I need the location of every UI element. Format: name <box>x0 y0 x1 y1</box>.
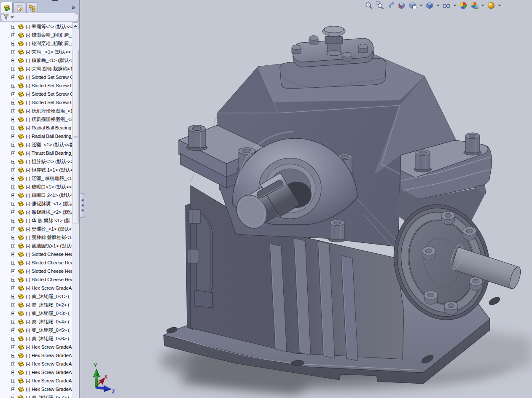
tree-item[interactable]: (-) 疣玑痤玢桠图疱_<2> <box>0 115 72 124</box>
tree-item[interactable]: (-) 糖箫桷_<1> (默认<< <box>0 56 72 65</box>
tree-item[interactable]: (-) 獒_沐钼屦_0<4> ( <box>0 317 72 326</box>
tree-item[interactable]: (-) Thrust Ball Bearing_ <box>0 149 72 157</box>
view-orientation-button[interactable] <box>408 1 423 10</box>
tree-expander-icon[interactable] <box>11 92 15 96</box>
tree-expander-icon[interactable] <box>11 59 15 62</box>
tree-expander-icon[interactable] <box>11 75 15 79</box>
tree-expander-icon[interactable] <box>11 109 15 113</box>
tree-item[interactable]: (-) 疣玑痤玢桠图疱_<1> <box>0 107 72 115</box>
tree-expander-icon[interactable] <box>11 328 15 332</box>
tree-item[interactable]: (-) Hex Screw GradeAB <box>0 343 72 351</box>
tree-item[interactable]: (-) 镱澍栾耠_粗皲 屙_< <box>0 31 72 39</box>
filter-dropdown-caret[interactable] <box>11 16 14 18</box>
tree-item[interactable]: (-) Slotted Cheese Hea <box>0 275 72 284</box>
tree-item[interactable]: (-) 镰铌脉潢_<2> (默认 <box>0 208 72 216</box>
tree-expander-icon[interactable] <box>11 371 15 374</box>
tree-item[interactable]: (-) Slotted Set Screw C <box>0 98 72 107</box>
tree-expander-icon[interactable] <box>11 202 15 206</box>
tree-item[interactable]: (-) Hex Screw GradeAB <box>0 368 72 376</box>
view-orientation-caret[interactable] <box>419 5 423 6</box>
tree-expander-icon[interactable] <box>11 118 15 121</box>
tree-item[interactable]: (-) 觌膝鲱 磐骅祉铄<1> <box>0 233 72 242</box>
tree-expander-icon[interactable] <box>11 50 15 54</box>
tree-expander-icon[interactable] <box>11 134 15 138</box>
tree-item[interactable]: (-) 獒_沐钼屦_0<6> ( <box>0 334 72 343</box>
hide-show-items-caret[interactable] <box>453 5 457 6</box>
panel-overflow-chevrons[interactable]: » <box>72 3 75 11</box>
tree-expander-icon[interactable] <box>11 227 15 231</box>
tree-item[interactable]: (-) Slotted Set Screw C <box>0 90 72 98</box>
tree-item[interactable]: (-) Hex Screw GradeAB <box>0 360 72 368</box>
display-style-caret[interactable] <box>436 5 440 6</box>
tree-expander-icon[interactable] <box>11 362 15 366</box>
tree-item[interactable]: (-) 镰铌脉潢_<1> (默认 <box>0 199 72 208</box>
tree-expander-icon[interactable] <box>11 25 15 29</box>
tree-item[interactable]: (-) Slotted Cheese Hea <box>0 267 72 275</box>
tree-item[interactable]: (-) 华 赅 樊脉 <1> (默 <box>0 216 72 225</box>
scrollbar-up-button[interactable] <box>72 22 79 29</box>
tree-expander-icon[interactable] <box>11 236 15 239</box>
tree-expander-icon[interactable] <box>11 269 15 273</box>
tree-expander-icon[interactable] <box>11 185 15 189</box>
tree-expander-icon[interactable] <box>11 143 15 147</box>
graphics-viewport[interactable]: Y X Z <box>80 0 532 398</box>
tree-filter-bar[interactable] <box>0 13 79 22</box>
tree-expander-icon[interactable] <box>11 379 15 383</box>
section-view-button[interactable] <box>397 1 406 10</box>
tree-item[interactable]: (-) 獒_沐钼屦_0<2> ( <box>0 301 72 309</box>
tree-expander-icon[interactable] <box>11 244 15 248</box>
tree-expander-icon[interactable] <box>11 194 15 197</box>
tree-item[interactable]: (-) 泛疆_ 糖桄虺肟_<1 <box>0 174 72 183</box>
tree-expander-icon[interactable] <box>11 33 15 37</box>
tree-expander-icon[interactable] <box>11 312 15 315</box>
tree-item[interactable]: (-) Hex Screw GradeAB <box>0 385 72 393</box>
tree-item[interactable]: (-) 怛笄赅<1> (默认<<! <box>0 157 72 166</box>
tree-scrollbar[interactable] <box>72 22 79 398</box>
tree-item[interactable]: (-) 镱澍栾耠_粗皲 屙_< <box>0 39 72 48</box>
tree-expander-icon[interactable] <box>11 261 15 265</box>
propertymanager-tab[interactable] <box>13 3 25 13</box>
tree-expander-icon[interactable] <box>11 345 15 349</box>
tree-expander-icon[interactable] <box>11 286 15 290</box>
tree-item[interactable]: (-) Hex Screw GradeAB <box>0 376 72 385</box>
tree-expander-icon[interactable] <box>11 177 15 180</box>
tree-item[interactable]: (-) 泛疆_<1> (默认<<数 <box>0 140 72 149</box>
tree-expander-icon[interactable] <box>11 101 15 105</box>
hide-show-items-button[interactable] <box>442 1 457 10</box>
tree-expander-icon[interactable] <box>11 303 15 307</box>
tree-expander-icon[interactable] <box>11 278 15 282</box>
view-settings-button[interactable] <box>486 1 502 10</box>
tree-expander-icon[interactable] <box>11 160 15 164</box>
view-settings-caret[interactable] <box>498 5 501 6</box>
tree-item[interactable]: (-) Slotted Set Screw C <box>0 73 72 81</box>
apply-scene-caret[interactable] <box>481 5 484 6</box>
tree-item[interactable]: (-) 獒_沐钼屦_0<5> ( <box>0 326 72 334</box>
featuremanager-tab[interactable] <box>1 2 13 13</box>
tree-expander-icon[interactable] <box>11 219 15 223</box>
tree-item[interactable]: (-) 怛笄赅 1<1> (默认< <box>0 166 72 174</box>
tree-expander-icon[interactable] <box>11 337 15 341</box>
tree-item[interactable]: (-) 荣疴 默铄 觌脲耦<1 <box>0 65 72 73</box>
tree-item[interactable]: (-) Hex Screw GradeAB <box>0 351 72 360</box>
tree-expander-icon[interactable] <box>11 42 15 46</box>
tree-expander-icon[interactable] <box>11 387 15 391</box>
display-style-button[interactable] <box>425 1 440 10</box>
tree-expander-icon[interactable] <box>11 396 15 398</box>
tree-expander-icon[interactable] <box>11 354 15 358</box>
tree-item[interactable]: (-) Slotted Cheese Hea <box>0 258 72 267</box>
tree-item[interactable]: (-) 獒_沐钼屦_0<1> ( <box>0 292 72 301</box>
tree-expander-icon[interactable] <box>11 320 15 324</box>
tree-expander-icon[interactable] <box>11 151 15 155</box>
tree-item[interactable]: (-) Slotted Cheese Hea <box>0 250 72 258</box>
edit-appearance-button[interactable] <box>459 1 468 10</box>
panel-collapse-grip[interactable] <box>80 193 85 218</box>
tree-item[interactable]: (-) Slotted Set Screw C <box>0 81 72 90</box>
tree-item[interactable]: (-) 晕痫筹<1> (默认<<! <box>0 22 72 31</box>
scrollbar-thumb[interactable] <box>72 50 79 223</box>
tree-item[interactable]: (-) 糖嚓口<1> (默认<<! <box>0 183 72 191</box>
zoom-to-fit-button[interactable] <box>364 1 373 10</box>
zoom-to-area-button[interactable] <box>375 1 384 10</box>
tree-item[interactable]: (-) 糖嚓口 2<1> (默认< <box>0 191 72 199</box>
tree-item[interactable]: (-) Hex Screw GradeAB <box>0 284 72 292</box>
tree-expander-icon[interactable] <box>11 253 15 256</box>
